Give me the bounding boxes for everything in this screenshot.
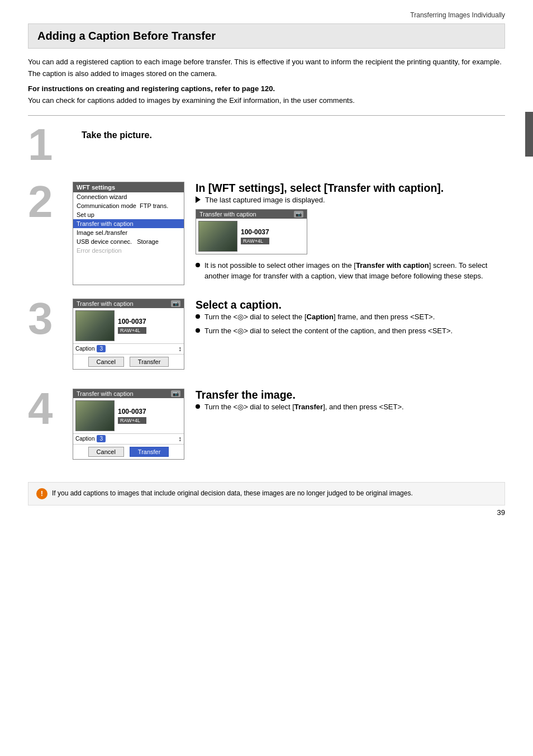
tc-box4-icon: 📷 [171,390,180,397]
bold-note: For instructions on creating and registe… [28,84,505,93]
transfer-caption-preview: Transfer with caption 📷 100-0037 RAW+4L [196,209,307,254]
page-number: 39 [497,508,505,517]
wft-settings-widget: WFT settings Connection wizard Communica… [73,182,184,285]
step-4-content: Transfer the image. Turn the <◎> dial to… [196,389,505,465]
step-4-bullets: Turn the <◎> dial to select [Transfer], … [196,401,505,413]
step-4-widget: Transfer with caption 📷 100-0037 RAW+4L … [73,389,184,465]
page-section-label: Transferring Images Individually [28,11,505,19]
step-1-row: 1 Take the picture. [28,125,505,171]
tc-box-step4: Transfer with caption 📷 100-0037 RAW+4L … [73,389,184,460]
cancel-button-step3[interactable]: Cancel [88,357,124,367]
step-4-bullet-1: Turn the <◎> dial to select [Transfer], … [196,401,505,413]
tc-box4-buttons: Cancel Transfer [73,444,184,459]
tc-box4-header: Transfer with caption 📷 [73,389,184,398]
tc-box4-thumbnail [75,400,115,431]
wft-item-connection-wizard[interactable]: Connection wizard [73,192,184,201]
step-2-content: In [WFT settings], select [Transfer with… [196,182,505,285]
wft-widget-header: WFT settings [73,182,184,192]
step-4-row: 4 Transfer with caption 📷 100-0037 [28,389,505,465]
note-text: If you add captions to images that inclu… [52,488,413,498]
bullet-dot-3-2 [196,328,200,333]
step-2-row: 2 WFT settings Connection wizard Communi… [28,182,505,285]
tc-image-thumbnail [198,221,237,252]
tc-box4-raw: RAW+4L [118,417,146,424]
tc-box3-header: Transfer with caption 📷 [73,299,184,308]
wft-item-setup[interactable]: Set up [73,210,184,219]
step-4-number: 4 [28,389,73,429]
bullet-dot-4-1 [196,404,200,409]
steps-container: 1 Take the picture. 2 WFT settings Conne… [28,125,505,465]
step-3-bullet-2: Turn the <◎> dial to select the content … [196,325,505,337]
cancel-button-step4[interactable]: Cancel [88,447,124,457]
tc-box4-caption-number: 3 [97,435,106,442]
tc-caption-label: Caption [75,346,94,352]
tc-info: 100-0037 RAW+4L [241,221,269,252]
bullet-dot-icon [196,263,200,267]
note-icon: ! [36,488,47,499]
divider [28,115,505,116]
tc-box3-icon: 📷 [171,300,180,307]
side-tab [525,112,533,157]
note-box: ! If you add captions to images that inc… [28,482,505,505]
step-3-content: Select a caption. Turn the <◎> dial to s… [196,299,505,375]
intro-paragraph-1: You can add a registered caption to each… [28,56,505,80]
tc-box3-buttons: Cancel Transfer [73,354,184,369]
wft-item-error: Error description [73,246,184,255]
step-2-number: 2 [28,182,73,222]
tc-image-number: 100-0037 [241,228,269,236]
step-2-note-bullets: It is not possible to select other image… [196,260,505,282]
tc-box4-caption-label: Caption [75,436,94,442]
step-2-bullets: The last captured image is displayed. [196,195,505,206]
tc-box4-footer: Caption 3 ↕ [73,433,184,444]
triangle-bullet-icon [196,196,201,203]
tc-box4-number: 100-0037 [118,408,146,415]
step-3-bullets: Turn the <◎> dial to select the [Caption… [196,311,505,337]
step-4-title: Transfer the image. [196,389,505,401]
tc-box4-arrows: ↕ [178,435,182,443]
tc-box4-body: 100-0037 RAW+4L [73,398,184,433]
tc-body: 100-0037 RAW+4L [196,219,307,254]
wft-item-comm-mode[interactable]: Communication mode FTP trans. [73,201,184,210]
step-3-bullet-1: Turn the <◎> dial to select the [Caption… [196,311,505,323]
tc-box3-thumbnail [75,310,115,341]
tc-box4-info: 100-0037 RAW+4L [118,400,146,431]
step-3-title: Select a caption. [196,299,505,311]
bullet-dot-3-1 [196,314,200,319]
wft-item-image-sel[interactable]: Image sel./transfer [73,228,184,237]
transfer-button-step3[interactable]: Transfer [130,357,169,367]
wft-item-usb-device[interactable]: USB device connec. Storage [73,237,184,246]
step-1-title: Take the picture. [82,130,152,140]
tc-box3-footer: Caption 3 ↕ [73,343,184,354]
tc-box-step3: Transfer with caption 📷 100-0037 RAW+4L … [73,299,184,370]
step-2-bullet-1: The last captured image is displayed. [196,195,505,206]
step-2-title: In [WFT settings], select [Transfer with… [196,182,505,195]
tc-box3-body: 100-0037 RAW+4L [73,308,184,343]
tc-box3-info: 100-0037 RAW+4L [118,310,146,341]
section-title: Adding a Caption Before Transfer [37,30,496,42]
tc-preview-header: Transfer with caption 📷 [196,210,307,219]
transfer-button-step4[interactable]: Transfer [130,447,169,457]
step-3-widget: Transfer with caption 📷 100-0037 RAW+4L … [73,299,184,375]
step-2-note: It is not possible to select other image… [196,260,505,282]
tc-footer-arrows: ↕ [178,345,182,353]
section-title-box: Adding a Caption Before Transfer [28,23,505,49]
tc-header-icon: 📷 [294,211,303,218]
step-3-number: 3 [28,299,73,339]
tc-caption-number: 3 [97,345,106,352]
tc-box3-number: 100-0037 [118,318,146,325]
intro-paragraph-2: You can check for captions added to imag… [28,95,505,107]
wft-item-transfer-caption[interactable]: Transfer with caption [73,219,184,228]
tc-box3-raw: RAW+4L [118,327,146,334]
tc-raw-badge: RAW+4L [241,238,269,244]
step-1-number: 1 [28,125,73,165]
step-3-row: 3 Transfer with caption 📷 100-0037 [28,299,505,375]
